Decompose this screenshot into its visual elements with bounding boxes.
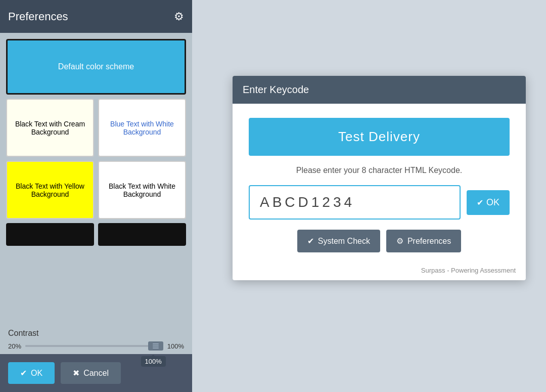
preferences-label: Preferences (407, 237, 451, 246)
dialog-footer-text: Surpass - Powering Assessment (421, 267, 516, 274)
preferences-button[interactable]: ⚙ Preferences (386, 230, 461, 252)
ok-checkmark-icon: ✔ (20, 368, 27, 378)
slider-tooltip: 100% (141, 356, 166, 367)
color-option-white-blue-label: Blue Text with White Background (104, 120, 180, 136)
ok-button-label: OK (31, 369, 42, 378)
panel-content: Default color scheme Black Text with Cre… (0, 33, 192, 324)
system-check-icon: ✔ (307, 236, 314, 246)
panel-header: Preferences ⚙ (0, 0, 192, 33)
dialog-body: Test Delivery Please enter your 8 charac… (233, 104, 526, 263)
cancel-cross-icon: ✖ (73, 368, 79, 378)
default-color-scheme[interactable]: Default color scheme (6, 39, 186, 95)
dialog-footer: Surpass - Powering Assessment (233, 263, 526, 280)
dialog-header: Enter Keycode (233, 76, 526, 104)
gear-icon[interactable]: ⚙ (174, 10, 184, 23)
dialog-ok-button[interactable]: ✔ OK (467, 190, 510, 215)
dialog-ok-checkmark-icon: ✔ (477, 198, 483, 207)
keycode-dialog: Enter Keycode Test Delivery Please enter… (233, 76, 526, 280)
color-option-white-blue[interactable]: Blue Text with White Background (98, 99, 186, 157)
dialog-title: Enter Keycode (243, 84, 309, 95)
dialog-actions: ✔ System Check ⚙ Preferences (249, 230, 510, 252)
preferences-gear-icon: ⚙ (396, 236, 403, 246)
dialog-instruction: Please enter your 8 character HTML Keyco… (296, 166, 462, 175)
panel-title: Preferences (8, 10, 68, 23)
slider-thumb-line-3 (153, 347, 159, 349)
keycode-input[interactable] (249, 185, 461, 220)
cancel-button-label: Cancel (83, 369, 109, 378)
contrast-row: 20% 100% 100% (8, 341, 184, 351)
contrast-max: 100% (167, 342, 184, 350)
contrast-section: Contrast 20% 100% 100% (0, 324, 192, 354)
slider-thumb-line-2 (153, 345, 159, 346)
contrast-slider-container: 100% (25, 341, 163, 351)
contrast-slider-fill (25, 345, 163, 347)
color-option-cream[interactable]: Black Text with Cream Background (6, 99, 94, 157)
system-check-label: System Check (318, 237, 370, 246)
dark-options-grid (6, 223, 186, 246)
contrast-label: Contrast (8, 329, 184, 338)
dark-option-2[interactable] (98, 223, 186, 246)
dialog-ok-label: OK (486, 197, 499, 208)
keycode-row: ✔ OK (249, 185, 510, 220)
contrast-slider-thumb[interactable]: 100% (148, 341, 163, 351)
test-delivery-label: Test Delivery (338, 129, 420, 144)
slider-thumb-lines (153, 343, 159, 349)
default-scheme-label: Default color scheme (58, 62, 134, 71)
dark-option-1[interactable] (6, 223, 94, 246)
color-options-grid: Black Text with Cream Background Blue Te… (6, 99, 186, 219)
color-option-white-black-label: Black Text with White Background (104, 182, 180, 198)
contrast-slider-track: 100% (25, 345, 163, 347)
left-panel: Preferences ⚙ Default color scheme Black… (0, 0, 192, 392)
system-check-button[interactable]: ✔ System Check (297, 230, 380, 252)
ok-button[interactable]: ✔ OK (8, 362, 55, 384)
color-option-cream-label: Black Text with Cream Background (12, 120, 88, 136)
color-option-yellow-label: Black Text with Yellow Background (12, 182, 88, 198)
test-delivery-button[interactable]: Test Delivery (249, 118, 510, 156)
contrast-min: 20% (8, 342, 21, 350)
color-option-yellow[interactable]: Black Text with Yellow Background (6, 161, 94, 219)
cancel-button[interactable]: ✖ Cancel (61, 362, 121, 384)
color-option-white-black[interactable]: Black Text with White Background (98, 161, 186, 219)
slider-thumb-line-1 (153, 343, 159, 344)
